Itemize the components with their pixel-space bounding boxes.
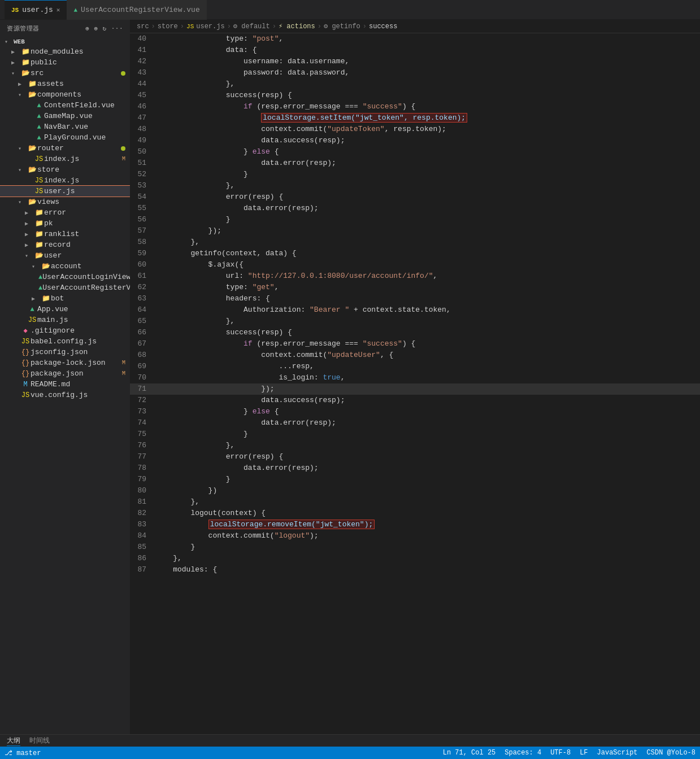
sidebar-item-login-view[interactable]: ▲ UserAccountLoginView.vue xyxy=(0,272,130,282)
router-index-label: index.js xyxy=(44,155,79,163)
code-line: 60 $.ajax({ xyxy=(130,259,700,271)
sidebar-item-bot[interactable]: ▶ 📁 bot xyxy=(0,293,130,304)
sidebar-item-components[interactable]: ▾ 📂 components xyxy=(0,89,130,100)
line-content: error(resp) { xyxy=(155,191,700,203)
git-branch: ⎇ master xyxy=(5,749,41,757)
line-content: } else { xyxy=(155,146,700,158)
outline-tab[interactable]: 大纲 xyxy=(7,736,20,746)
line-content: } xyxy=(155,542,700,553)
sidebar-item-views[interactable]: ▾ 📂 views xyxy=(0,197,130,207)
sidebar-item-package-json[interactable]: {} package.json M xyxy=(0,368,130,379)
arrow-icon: ▾ xyxy=(32,263,41,270)
sidebar-item-user-dir[interactable]: ▾ 📂 user xyxy=(0,250,130,261)
arrow-icon: ▾ xyxy=(5,38,14,45)
sidebar-item-error[interactable]: ▶ 📁 error xyxy=(0,207,130,218)
sidebar-item-gitignore[interactable]: ◆ .gitignore xyxy=(0,325,130,336)
sidebar-item-record[interactable]: ▶ 📁 record xyxy=(0,239,130,250)
tab-register-vue[interactable]: ▲ UserAccountRegisterView.vue xyxy=(67,0,206,20)
folder-open-icon: 📂 xyxy=(20,69,31,77)
new-folder-icon[interactable]: ⊕ xyxy=(94,25,98,32)
line-number: 62 xyxy=(130,282,155,293)
line-content: is_login: true, xyxy=(155,372,700,383)
tab-label: user.js xyxy=(22,6,53,14)
sidebar-item-router-index[interactable]: JS index.js M xyxy=(0,154,130,164)
code-line: 57 }); xyxy=(130,225,700,237)
router-label: router xyxy=(37,144,64,152)
json-file-icon: {} xyxy=(20,370,31,378)
sidebar-item-node-modules[interactable]: ▶ 📁 node_modules xyxy=(0,46,130,57)
sidebar-item-account[interactable]: ▾ 📂 account xyxy=(0,261,130,272)
arrow-icon: ▶ xyxy=(25,210,34,216)
sidebar-item-web[interactable]: ▾ WEB xyxy=(0,37,130,46)
sidebar-item-pk[interactable]: ▶ 📁 pk xyxy=(0,218,130,229)
sidebar-item-gamemap[interactable]: ▲ GameMap.vue xyxy=(0,111,130,121)
code-line: 48 context.commit("updateToken", resp.to… xyxy=(130,124,700,135)
jsconfig-label: jsconfig.json xyxy=(31,348,88,356)
bc-sep3: › xyxy=(227,23,231,30)
register-view-label: UserAccountRegisterView.vue xyxy=(42,283,130,292)
language: JavaScript xyxy=(597,749,638,757)
sidebar-item-navbar[interactable]: ▲ NavBar.vue xyxy=(0,121,130,132)
code-line: 81 }, xyxy=(130,496,700,508)
gitignore-icon: ◆ xyxy=(20,326,31,335)
tab-user-js[interactable]: JS user.js ✕ xyxy=(5,0,67,20)
sidebar-item-router[interactable]: ▾ 📂 router xyxy=(0,143,130,154)
more-icon[interactable]: ··· xyxy=(111,25,123,32)
line-content: }) xyxy=(155,485,700,496)
line-content: username: data.username, xyxy=(155,56,700,67)
line-content: localStorage.removeItem("jwt_token"); xyxy=(155,519,700,530)
vue-file-icon: ▲ xyxy=(34,123,44,131)
sidebar-item-store-index[interactable]: JS index.js xyxy=(0,175,130,186)
line-number: 56 xyxy=(130,214,155,225)
line-number: 45 xyxy=(130,90,155,101)
modified-badge: M xyxy=(122,370,125,377)
sidebar-item-ranklist[interactable]: ▶ 📁 ranklist xyxy=(0,229,130,239)
sidebar-item-assets[interactable]: ▶ 📁 assets xyxy=(0,78,130,89)
timeline-tab[interactable]: 时间线 xyxy=(29,736,50,745)
sidebar-item-register-view[interactable]: ▲ UserAccountRegisterView.vue xyxy=(0,282,130,293)
assets-label: assets xyxy=(37,80,64,88)
sidebar-item-store[interactable]: ▾ 📂 store xyxy=(0,164,130,175)
root-label: WEB xyxy=(14,38,25,45)
code-line: 68 context.commit("updateUser", { xyxy=(130,350,700,361)
line-number: 73 xyxy=(130,406,155,417)
user-tag: CSDN @YoLo-8 xyxy=(647,749,695,757)
sidebar-item-main-js[interactable]: JS main.js xyxy=(0,315,130,325)
folder-icon: 📁 xyxy=(20,47,31,56)
sidebar-item-babel-config[interactable]: JS babel.config.js xyxy=(0,336,130,347)
modified-badge: M xyxy=(122,156,125,162)
sidebar-item-jsconfig[interactable]: {} jsconfig.json xyxy=(0,347,130,357)
line-number: 74 xyxy=(130,417,155,429)
code-editor[interactable]: src › store › JS user.js › ⚙ default › ⚡… xyxy=(130,20,700,734)
arrow-icon: ▾ xyxy=(18,91,27,98)
tab-close-button[interactable]: ✕ xyxy=(56,6,60,14)
folder-icon: 📁 xyxy=(27,80,37,88)
folder-open-icon: 📂 xyxy=(41,262,51,271)
vue-file-icon: ▲ xyxy=(34,102,44,110)
line-number: 83 xyxy=(130,519,155,530)
code-line: 83 localStorage.removeItem("jwt_token"); xyxy=(130,519,700,530)
line-number: 59 xyxy=(130,248,155,259)
line-number: 78 xyxy=(130,463,155,474)
sidebar-item-vue-config[interactable]: JS vue.config.js xyxy=(0,390,130,400)
line-content: password: data.password, xyxy=(155,67,700,78)
sidebar-item-playground[interactable]: ▲ PlayGround.vue xyxy=(0,132,130,143)
new-file-icon[interactable]: ⊕ xyxy=(85,25,89,32)
sidebar-item-readme[interactable]: M README.md xyxy=(0,379,130,390)
sidebar-item-public[interactable]: ▶ 📁 public xyxy=(0,57,130,68)
line-content: headers: { xyxy=(155,293,700,304)
code-line: 59 getinfo(context, data) { xyxy=(130,248,700,259)
sidebar-item-src[interactable]: ▾ 📂 src xyxy=(0,68,130,78)
arrow-icon: ▶ xyxy=(11,49,20,55)
refresh-icon[interactable]: ↻ xyxy=(103,25,107,32)
line-content: url: "http://127.0.0.1:8080/user/account… xyxy=(155,271,700,282)
error-label: error xyxy=(44,208,66,217)
code-line: 56 } xyxy=(130,214,700,225)
sidebar-item-user-js[interactable]: JS user.js xyxy=(0,186,130,197)
code-line: 42 username: data.username, xyxy=(130,56,700,67)
record-label: record xyxy=(44,241,71,249)
sidebar-item-contentfield[interactable]: ▲ ContentField.vue xyxy=(0,100,130,111)
line-number: 47 xyxy=(130,112,155,124)
sidebar-item-app-vue[interactable]: ▲ App.vue xyxy=(0,304,130,315)
sidebar-item-package-lock[interactable]: {} package-lock.json M xyxy=(0,357,130,368)
